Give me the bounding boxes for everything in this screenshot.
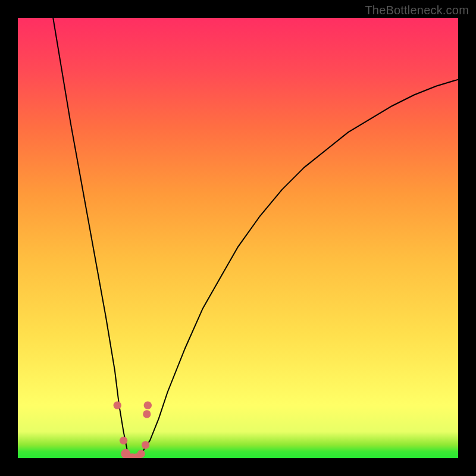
curve-marker [142,441,149,449]
curve-marker [114,402,121,409]
bottleneck-curve [18,18,458,458]
plot-area [18,18,458,458]
curve-marker [143,410,151,418]
curve-marker [132,453,142,458]
chart-frame: TheBottleneck.com [0,0,476,476]
curve-marker [121,449,130,458]
curve-marker [120,437,127,444]
curve-marker [137,450,145,458]
curve-marker [144,402,152,409]
watermark-text: TheBottleneck.com [365,4,469,17]
curve-marker [127,453,137,458]
